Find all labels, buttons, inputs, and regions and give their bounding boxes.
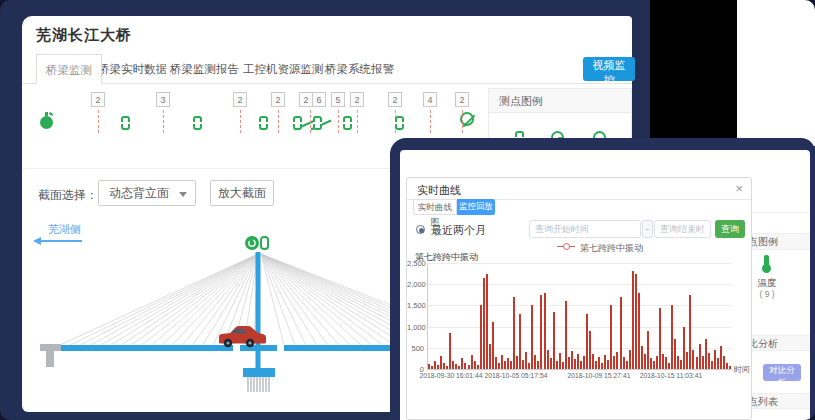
chart-bar xyxy=(671,305,673,369)
chart-bar xyxy=(489,344,491,369)
chart-bar xyxy=(650,358,652,369)
realtime-curve-dialog: 实时曲线 × 实时曲线图 监控回放 最近两个月 - 查询 第七跨跨中振动 第七跨… xyxy=(406,177,752,420)
chart-bar xyxy=(504,361,506,369)
sensor-count-badge: 6 xyxy=(312,92,326,107)
chart-bar xyxy=(711,361,713,369)
query-button[interactable]: 查询 xyxy=(715,220,745,238)
chart-bar xyxy=(565,301,567,369)
sensor-dashed-line xyxy=(430,110,431,133)
close-icon[interactable]: × xyxy=(735,181,743,196)
chart-bar xyxy=(653,361,655,369)
chart-bar xyxy=(717,358,719,369)
compare-analysis-button[interactable]: 对比分析 xyxy=(763,364,801,381)
chart-bar xyxy=(525,352,527,369)
chain-sensor-icon[interactable] xyxy=(395,116,404,130)
chart-bar xyxy=(534,355,536,369)
x-tick: 2018-10-09 15:27:41 xyxy=(567,372,630,379)
tab-monitoring-report[interactable]: 桥梁监测报告 xyxy=(170,54,239,84)
tab-ipc-resource[interactable]: 工控机资源监测 xyxy=(243,54,324,84)
chart-bar xyxy=(644,354,646,369)
chart-bar xyxy=(522,360,524,369)
chart-bar xyxy=(702,356,704,369)
sensor-count-badge: 3 xyxy=(156,92,170,107)
chart-bar xyxy=(495,357,497,369)
video-monitor-button[interactable]: 视频监控 xyxy=(583,57,635,81)
tab-bridge-monitoring[interactable]: 桥梁监测 xyxy=(36,54,102,84)
chart-bar xyxy=(434,361,436,369)
chart-bar xyxy=(486,274,488,369)
x-tick: 2018-09-30 16:01:44 xyxy=(419,372,482,379)
bridge-tower xyxy=(256,252,261,372)
chart-bar xyxy=(492,322,494,369)
sensor-dashed-line xyxy=(240,110,241,133)
chain-sensor-icon[interactable] xyxy=(313,116,322,130)
chart-bar xyxy=(665,357,667,369)
sensor-count-badge: 2 xyxy=(350,92,364,107)
chart-bar xyxy=(656,356,658,369)
y-tick: 1,500 xyxy=(407,301,424,310)
chart-bar xyxy=(623,357,625,369)
thermometer-icon[interactable] xyxy=(764,255,769,268)
tab-monitor-playback[interactable]: 监控回放 xyxy=(457,199,495,215)
chart-bar xyxy=(699,344,701,369)
chart-bar xyxy=(629,350,631,369)
date-range-separator: - xyxy=(642,220,653,238)
chart-bar xyxy=(455,364,457,369)
chart-bar xyxy=(589,331,591,369)
chain-sensor-icon[interactable] xyxy=(193,116,202,130)
recent-two-months-label: 最近两个月 xyxy=(431,223,486,238)
chart-bar xyxy=(464,363,466,369)
chain-sensor-icon[interactable] xyxy=(293,116,302,130)
chart-bar xyxy=(559,353,561,369)
chart-bar xyxy=(641,346,643,369)
temperature-count: ( 9 ) xyxy=(754,289,780,299)
x-tick: 2018-10-05 05:17:54 xyxy=(484,372,547,379)
y-tick: 2,500 xyxy=(407,259,424,268)
chain-sensor-icon[interactable] xyxy=(259,116,268,130)
sensor-dashed-line xyxy=(278,110,279,133)
chart-bar xyxy=(729,366,731,369)
chart-bar xyxy=(571,351,573,369)
enlarge-section-button[interactable]: 放大截面 xyxy=(210,180,274,206)
tower-footing xyxy=(243,368,275,377)
chart-bar xyxy=(440,356,442,369)
chart-bar xyxy=(601,363,603,369)
sensor-dashed-line xyxy=(338,110,339,133)
tab-realtime-curve[interactable]: 实时曲线图 xyxy=(413,199,457,215)
sensor-dashed-line xyxy=(98,110,99,133)
abutment-pier xyxy=(40,344,61,367)
chart-bar xyxy=(689,295,691,369)
chart-bar xyxy=(443,363,445,369)
legend-series-label: 第七跨跨中振动 xyxy=(580,242,643,255)
query-start-time-input[interactable] xyxy=(529,220,641,238)
chart-bar xyxy=(513,297,515,369)
section-select[interactable]: 动态背立面 xyxy=(98,180,196,206)
chart-bar xyxy=(583,356,585,369)
chart-bar xyxy=(480,305,482,369)
chart-bar xyxy=(668,363,670,369)
section-select-value: 动态背立面 xyxy=(109,186,169,200)
chart-bar xyxy=(574,359,576,369)
chart-bar xyxy=(519,314,521,369)
chart-bar xyxy=(431,366,433,369)
pile-foundation xyxy=(248,377,269,392)
chain-sensor-icon[interactable] xyxy=(343,116,352,130)
chart-plot-area[interactable] xyxy=(428,263,732,369)
chain-sensor-icon[interactable] xyxy=(121,116,130,130)
query-end-time-input[interactable] xyxy=(654,220,711,238)
chart-bar xyxy=(580,361,582,369)
chart-bar xyxy=(531,305,533,369)
modal-page: 测点图例 温度 ( 9 ) 对比分析 对比分析 测点列表 实时曲线 × 实时曲线… xyxy=(400,150,810,420)
chart-bar xyxy=(613,356,615,369)
y-tick: 500 xyxy=(407,344,424,353)
tab-realtime-data[interactable]: 桥梁实时数据 xyxy=(98,54,167,84)
black-backdrop xyxy=(650,0,737,146)
chart-bar xyxy=(607,360,609,369)
chart-bar xyxy=(550,358,552,369)
tab-system-alarm[interactable]: 桥梁系统报警 xyxy=(325,54,394,84)
chart-bar xyxy=(507,358,509,369)
recent-two-months-radio[interactable] xyxy=(416,225,425,234)
anemometer-icon[interactable] xyxy=(40,116,53,129)
x-axis xyxy=(427,369,732,370)
chart-bar xyxy=(592,354,594,369)
